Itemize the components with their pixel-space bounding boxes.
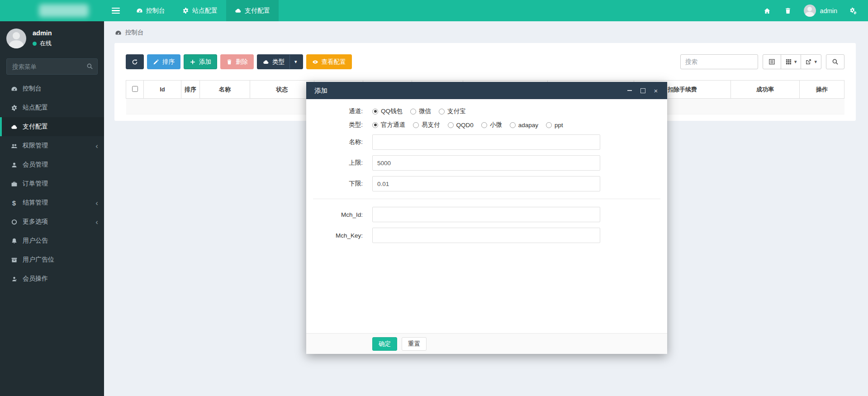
grid-icon <box>785 58 792 65</box>
mch-key-input[interactable] <box>372 228 600 243</box>
trash-button[interactable] <box>779 0 797 21</box>
sidebar-item-dashboard[interactable]: 控制台 <box>0 79 104 98</box>
user-icon <box>10 162 18 168</box>
caret-down-icon[interactable]: ▾ <box>289 55 297 69</box>
minimize-icon[interactable] <box>626 87 633 94</box>
col-sort[interactable]: 排序 <box>181 81 200 99</box>
sidebar-item-more-options[interactable]: 更多选项‹ <box>0 212 104 231</box>
name-row: 名称: <box>306 134 667 150</box>
view-button-group: ▾ ▾ <box>763 54 821 69</box>
lower-limit-input[interactable] <box>372 176 600 191</box>
confirm-button[interactable]: 确定 <box>372 337 397 351</box>
radio-input[interactable] <box>481 122 487 128</box>
col-name[interactable]: 名称 <box>200 81 250 99</box>
button-label: 查看配置 <box>322 58 346 66</box>
mch-id-input[interactable] <box>372 207 600 222</box>
columns-button[interactable]: ▾ <box>781 54 802 69</box>
sidebar-item-settlement[interactable]: $结算管理‹ <box>0 193 104 212</box>
radio-qq-wallet[interactable]: QQ钱包 <box>372 107 403 115</box>
radio-adapay[interactable]: adapay <box>510 122 538 129</box>
brand-logo[interactable] <box>0 0 104 21</box>
detail-view-button[interactable] <box>763 54 781 69</box>
eye-icon <box>312 59 318 65</box>
radio-xiaowei[interactable]: 小微 <box>481 121 502 129</box>
radio-input[interactable] <box>413 122 419 128</box>
tab-site-config[interactable]: 站点配置 <box>174 0 226 21</box>
radio-input[interactable] <box>372 109 378 115</box>
chevron-left-icon: ‹ <box>95 199 98 207</box>
upper-limit-label: 上限: <box>306 159 363 167</box>
tab-payment-config[interactable]: 支付配置 <box>226 0 279 21</box>
radio-label: 易支付 <box>422 121 440 129</box>
briefcase-icon <box>10 181 18 187</box>
sidebar-item-user-notice[interactable]: 用户公告 <box>0 231 104 250</box>
dialog-header[interactable]: 添加 × <box>306 82 667 99</box>
sort-button[interactable]: 排序 <box>147 54 180 69</box>
hamburger-icon <box>112 10 120 11</box>
search-icon[interactable] <box>86 63 93 70</box>
user-menu[interactable]: admin <box>800 5 841 17</box>
radio-label: adapay <box>518 122 538 129</box>
radio-ppt[interactable]: ppt <box>546 122 563 129</box>
radio-yipay[interactable]: 易支付 <box>413 121 440 129</box>
name-input[interactable] <box>372 134 600 150</box>
upper-limit-input[interactable] <box>372 155 600 171</box>
table-search-input[interactable] <box>680 54 758 69</box>
radio-input[interactable] <box>510 122 516 128</box>
home-button[interactable] <box>759 0 776 21</box>
dialog-title: 添加 <box>314 86 327 95</box>
radio-official[interactable]: 官方通道 <box>372 121 405 129</box>
sidebar-item-site-config[interactable]: 站点配置 <box>0 98 104 117</box>
sidebar-item-user-ads[interactable]: 用户广告位 <box>0 250 104 269</box>
sidebar-toggle-button[interactable] <box>104 0 128 21</box>
maximize-icon[interactable] <box>640 87 646 94</box>
radio-alipay[interactable]: 支付宝 <box>439 107 466 115</box>
cogs-icon <box>849 7 857 14</box>
window-controls: × <box>626 87 659 94</box>
export-icon <box>805 58 812 65</box>
tab-dashboard[interactable]: 控制台 <box>128 0 174 21</box>
sidebar-item-orders[interactable]: 订单管理 <box>0 174 104 193</box>
close-icon[interactable]: × <box>653 87 659 94</box>
view-config-button[interactable]: 查看配置 <box>306 54 352 69</box>
radio-qqd0[interactable]: QQD0 <box>448 122 474 129</box>
type-dropdown-button[interactable]: 类型▾ <box>257 54 303 69</box>
settings-button[interactable] <box>844 0 862 21</box>
toolbar-left: 排序 添加 删除 类型▾ 查看配置 <box>126 54 352 69</box>
menu-label: 权限管理 <box>23 142 48 150</box>
add-button[interactable]: 添加 <box>184 54 217 69</box>
col-id[interactable]: Id <box>144 81 181 99</box>
col-success-rate[interactable]: 成功率 <box>731 81 800 99</box>
sidebar-item-payment-config[interactable]: 支付配置 <box>0 117 104 136</box>
select-all-checkbox[interactable] <box>132 86 138 92</box>
export-button[interactable]: ▾ <box>801 54 821 69</box>
circle-icon <box>10 219 18 225</box>
col-status[interactable]: 状态 <box>250 81 314 99</box>
col-actions[interactable]: 操作 <box>800 81 844 99</box>
tab-label: 支付配置 <box>245 7 270 15</box>
radio-input[interactable] <box>546 122 552 128</box>
radio-input[interactable] <box>448 122 454 128</box>
reset-button[interactable]: 重置 <box>402 337 427 351</box>
pencil-icon <box>153 59 159 65</box>
radio-input[interactable] <box>410 109 416 115</box>
menu-label: 结算管理 <box>23 199 48 207</box>
search-button[interactable] <box>826 54 844 69</box>
menu-label: 用户公告 <box>23 237 48 245</box>
sidebar-item-members[interactable]: 会员管理 <box>0 155 104 174</box>
breadcrumb-label: 控制台 <box>125 29 144 37</box>
radio-input[interactable] <box>372 122 378 128</box>
menu-label: 支付配置 <box>23 123 48 131</box>
radio-wechat[interactable]: 微信 <box>410 107 431 115</box>
avatar <box>804 5 816 17</box>
sidebar-item-permissions[interactable]: 权限管理‹ <box>0 136 104 155</box>
gear-icon <box>10 105 18 111</box>
radio-input[interactable] <box>439 109 445 115</box>
menu-search-input[interactable] <box>6 58 98 75</box>
sidebar-item-member-ops[interactable]: 会员操作 <box>0 269 104 288</box>
form-divider <box>313 199 660 199</box>
delete-button[interactable]: 删除 <box>220 54 254 69</box>
refresh-button[interactable] <box>126 54 144 69</box>
status-label: 在线 <box>40 39 52 48</box>
type-row: 类型: 官方通道 易支付 QQD0 小微 adapay ppt <box>306 121 667 129</box>
